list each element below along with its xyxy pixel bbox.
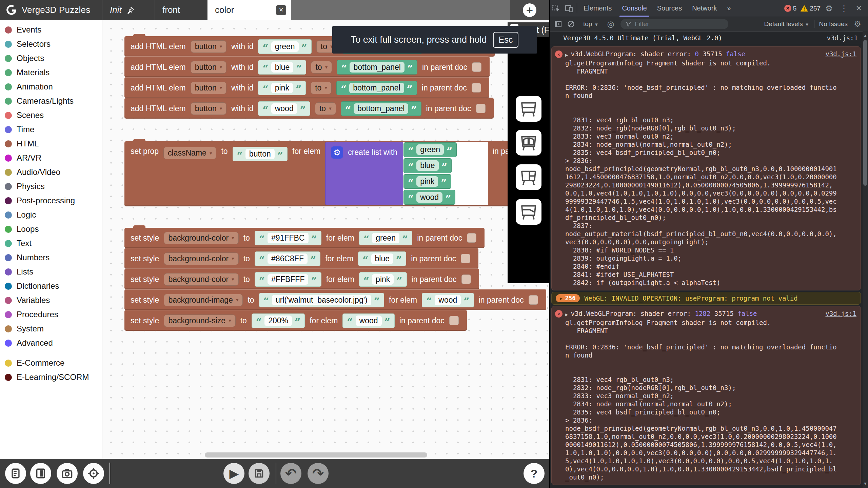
string-block[interactable]: “bottom_panel”	[337, 60, 417, 75]
parent-doc-checkbox[interactable]	[461, 254, 470, 263]
block-dropdown-background-color[interactable]: background-color	[164, 232, 238, 244]
string-shadow-block[interactable]: “wood”	[422, 293, 474, 307]
clear-console-icon[interactable]	[565, 20, 577, 28]
tab-color-active[interactable]: color ✕	[208, 0, 291, 20]
string-value[interactable]: blue	[416, 160, 438, 171]
string-value[interactable]: bottom_panel	[349, 83, 404, 93]
block-dropdown-to[interactable]: to	[311, 61, 332, 74]
block-group-set-styles[interactable]: set stylebackground-colorto“#91FFBC”for …	[124, 228, 546, 331]
string-block[interactable]: “green”	[403, 142, 457, 157]
expand-caret-icon[interactable]: ▶	[565, 310, 568, 319]
console-scrollbar[interactable]: ▲ ▼	[863, 31, 868, 488]
console-message-info[interactable]: Verge3D 4.5.0 Ultimate (Trial, WebGL 2.0…	[550, 31, 863, 45]
toolbox-item-numbers[interactable]: Numbers	[0, 250, 102, 265]
expand-caret-icon[interactable]: ▶	[565, 51, 568, 59]
toolbox-item-selectors[interactable]: Selectors	[0, 37, 102, 51]
live-expression-eye-icon[interactable]: ◎	[604, 19, 617, 29]
console-scrollbar-thumb[interactable]	[863, 40, 867, 186]
toolbox-item-events[interactable]: Events	[0, 23, 102, 37]
parent-doc-checkbox[interactable]	[476, 104, 486, 113]
run-button[interactable]: ▶	[223, 463, 244, 484]
mutator-gear-icon[interactable]: ⚙	[331, 146, 343, 159]
string-shadow-block[interactable]: “pink”	[359, 272, 407, 287]
scroll-down-icon[interactable]: ▼	[863, 481, 868, 486]
issues-counter[interactable]: No Issues	[819, 20, 848, 28]
pin-icon[interactable]	[126, 6, 135, 14]
console-message-error[interactable]: ✕▶v3d.WebGLProgram: shader error: 1282 3…	[551, 306, 861, 485]
block-dropdown-background-color[interactable]: background-color	[164, 252, 238, 265]
block-row[interactable]: set stylebackground-sizeto“200%”for elem…	[124, 310, 467, 331]
string-value[interactable]: blue	[371, 253, 393, 264]
string-value[interactable]: blue	[271, 62, 293, 73]
block-group-set-prop-classname[interactable]: set propclassNameto“button”for elem⚙crea…	[124, 141, 525, 206]
toolbox-item-system[interactable]: System	[0, 322, 102, 336]
string-value[interactable]: pink	[271, 83, 293, 93]
string-shadow-block[interactable]: “pink”	[258, 81, 306, 95]
block-row[interactable]: set stylebackground-colorto“#FFBFFF”for …	[124, 268, 479, 289]
console-messages[interactable]: Verge3D 4.5.0 Ultimate (Trial, WebGL 2.0…	[550, 31, 863, 488]
string-shadow-block[interactable]: “wood”	[342, 313, 395, 328]
string-value[interactable]: wood	[416, 192, 442, 203]
tab-front[interactable]: front	[155, 0, 208, 20]
redo-button[interactable]: ↷	[308, 463, 329, 484]
parent-doc-checkbox[interactable]	[467, 233, 476, 243]
console-filter-input[interactable]: Filter	[620, 19, 728, 29]
string-shadow-block[interactable]: “200%”	[252, 313, 305, 328]
screenshot-button[interactable]	[57, 463, 78, 484]
block-dropdown-button[interactable]: button	[191, 61, 226, 74]
console-message-warning[interactable]: ▶256WebGL: INVALID_OPERATION: useProgram…	[551, 292, 861, 305]
string-value[interactable]: #86C8FF	[268, 253, 308, 264]
string-value[interactable]: #FFBFFF	[268, 274, 308, 285]
console-settings-gear-icon[interactable]: ⚙	[851, 19, 864, 29]
console-message-error[interactable]: ✕▶v3d.WebGLProgram: shader error: 0 3571…	[551, 46, 861, 290]
block-dropdown-background-size[interactable]: background-size	[164, 314, 235, 327]
block-dropdown-to[interactable]: to	[311, 82, 332, 94]
devtools-tab-network[interactable]: Network	[687, 0, 722, 17]
toolbox-item-e-learning-scorm[interactable]: E-Learning/SCORM	[0, 370, 102, 384]
workspace-horizontal-scrollbar[interactable]	[205, 452, 427, 458]
block-row[interactable]: set propclassNameto“button”for elem⚙crea…	[124, 141, 525, 206]
string-shadow-block[interactable]: “#FFBFFF”	[255, 272, 321, 287]
string-value[interactable]: #91FFBC	[268, 233, 308, 243]
console-sidebar-icon[interactable]	[552, 20, 565, 28]
save-button[interactable]	[249, 463, 270, 484]
string-value[interactable]: bottom_panel	[354, 103, 408, 114]
string-value[interactable]: 200%	[264, 316, 292, 326]
toolbox-item-html[interactable]: HTML	[0, 137, 102, 151]
string-shadow-block[interactable]: “url('walmut_basecolor.jpg')”	[259, 293, 384, 307]
string-block[interactable]: “bottom_panel”	[336, 81, 417, 95]
inspect-element-icon[interactable]	[550, 0, 563, 17]
tab-close-icon[interactable]: ✕	[276, 5, 286, 15]
parent-doc-checkbox[interactable]	[472, 62, 481, 72]
block-row[interactable]: set stylebackground-colorto“#86C8FF”for …	[124, 248, 478, 269]
toolbox-item-ar-vr[interactable]: AR/VR	[0, 151, 102, 165]
devtools-tab-console[interactable]: Console	[617, 0, 652, 17]
toolbox-item-post-processing[interactable]: Post-processing	[0, 194, 102, 208]
furniture-preset-button-2[interactable]	[516, 130, 541, 156]
block-dropdown-to[interactable]: to	[315, 102, 336, 115]
toolbox-item-objects[interactable]: Objects	[0, 51, 102, 65]
center-view-button[interactable]	[83, 463, 104, 484]
warning-count-badge[interactable]: ! 257	[801, 5, 821, 12]
block-row[interactable]: add HTML elembuttonwith id“wood”to“botto…	[124, 98, 494, 119]
toolbox-item-variables[interactable]: Variables	[0, 293, 102, 307]
block-row[interactable]: set stylebackground-colorto“#91FFBC”for …	[124, 228, 485, 248]
parent-doc-checkbox[interactable]	[449, 316, 459, 325]
block-dropdown-classname[interactable]: className	[163, 147, 216, 159]
block-row[interactable]: set stylebackground-imageto“url('walmut_…	[124, 289, 546, 310]
devtools-settings-gear-icon[interactable]: ⚙	[823, 4, 835, 13]
toolbox-item-text[interactable]: Text	[0, 236, 102, 250]
string-value[interactable]: button	[245, 149, 275, 159]
string-value[interactable]: wood	[356, 316, 382, 326]
string-value[interactable]: pink	[416, 176, 438, 187]
toolbox-item-loops[interactable]: Loops	[0, 222, 102, 236]
toolbox-item-lists[interactable]: Lists	[0, 265, 102, 279]
puzzles-workspace[interactable]: set stylebackground-colorto“#91FFBC”for …	[102, 20, 549, 459]
toolbox-item-dictionaries[interactable]: Dictionaries	[0, 279, 102, 293]
string-value[interactable]: url('walmut_basecolor.jpg')	[272, 295, 371, 305]
parent-doc-checkbox[interactable]	[472, 83, 481, 93]
block-dropdown-background-image[interactable]: background-image	[164, 294, 243, 306]
toolbox-item-scenes[interactable]: Scenes	[0, 108, 102, 122]
undo-button[interactable]: ↶	[280, 463, 301, 484]
blocks-menu-button[interactable]	[5, 463, 26, 484]
